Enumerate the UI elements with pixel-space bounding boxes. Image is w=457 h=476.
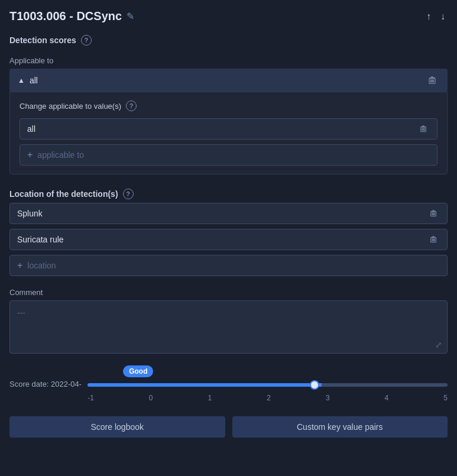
trash-icon xyxy=(427,76,437,85)
location-suricata-value: Suricata rule xyxy=(17,235,64,244)
nav-up-button[interactable]: ↑ xyxy=(424,10,433,23)
svg-rect-10 xyxy=(423,128,423,131)
svg-rect-1 xyxy=(432,79,433,83)
edit-icon[interactable]: ✎ xyxy=(127,11,134,22)
applicable-row[interactable]: ▲ all xyxy=(9,69,448,92)
location-splunk-delete[interactable] xyxy=(427,208,440,219)
subsection-title: Change applicable to value(s) xyxy=(20,102,121,111)
applicable-add-row[interactable]: + applicable to xyxy=(20,144,437,166)
trash-icon-small xyxy=(419,125,427,133)
svg-rect-17 xyxy=(434,212,435,215)
applicable-label: Applicable to xyxy=(9,56,448,65)
slider-label-5: 5 xyxy=(443,394,448,402)
svg-rect-4 xyxy=(431,77,433,78)
slider-wrapper: Good -1 0 1 2 3 4 5 xyxy=(87,365,448,402)
chevron-up-icon: ▲ xyxy=(18,76,25,85)
nav-arrows: ↑ ↓ xyxy=(424,10,448,23)
slider-label-1: 1 xyxy=(208,394,212,402)
slider-thumb xyxy=(310,380,319,390)
svg-rect-11 xyxy=(424,128,424,131)
location-header: Location of the detection(s) ? xyxy=(9,189,448,199)
location-splunk-value: Splunk xyxy=(17,209,43,218)
svg-rect-15 xyxy=(432,212,432,215)
comment-box[interactable]: --- ⤢ xyxy=(9,300,448,354)
comment-section: Comment --- ⤢ xyxy=(9,288,448,354)
score-date-row: Score date: 2022-04- Good -1 0 1 2 3 4 5 xyxy=(9,365,448,402)
svg-rect-0 xyxy=(430,79,432,83)
slider-label-2: 2 xyxy=(267,394,271,402)
location-help-icon[interactable]: ? xyxy=(123,189,134,199)
slider-label-3: 3 xyxy=(326,394,330,402)
nav-down-button[interactable]: ↓ xyxy=(438,10,448,23)
svg-rect-13 xyxy=(432,210,435,211)
applicable-value: all xyxy=(30,76,38,85)
svg-rect-22 xyxy=(433,238,433,241)
resize-icon[interactable]: ⤢ xyxy=(435,340,442,349)
subsection-header: Change applicable to value(s) ? xyxy=(20,101,437,111)
location-placeholder: location xyxy=(27,261,56,270)
slider-label-neg1: -1 xyxy=(87,394,94,402)
applicable-tag-value: all xyxy=(27,124,35,134)
location-splunk: Splunk xyxy=(9,203,448,224)
location-label: Location of the detection(s) xyxy=(9,189,118,199)
comment-label: Comment xyxy=(9,288,448,297)
slider-track xyxy=(87,383,448,387)
applicable-help-icon[interactable]: ? xyxy=(126,101,137,111)
applicable-tag-all: all xyxy=(20,118,437,140)
detection-scores-header: Detection scores ? xyxy=(9,35,448,46)
page-title: T1003.006 - DCSync xyxy=(9,9,122,23)
svg-rect-7 xyxy=(422,125,424,126)
header: T1003.006 - DCSync ✎ ↑ ↓ xyxy=(9,9,448,28)
applicable-placeholder: applicable to xyxy=(37,150,84,160)
svg-rect-19 xyxy=(432,236,435,237)
svg-rect-23 xyxy=(434,238,435,241)
bottom-buttons: Score logbook Custom key value pairs xyxy=(9,416,448,438)
applicable-row-left: ▲ all xyxy=(18,76,38,85)
location-section: Location of the detection(s) ? Splunk Su… xyxy=(9,189,448,276)
trash-icon-loc1 xyxy=(429,209,437,218)
svg-rect-9 xyxy=(422,128,422,131)
location-add-icon: + xyxy=(17,260,22,271)
score-date-label: Score date: 2022-04- xyxy=(9,380,82,388)
slider-labels: -1 0 1 2 3 4 5 xyxy=(87,394,448,402)
detection-scores-help-icon[interactable]: ? xyxy=(81,35,92,46)
slider-label-4: 4 xyxy=(385,394,389,402)
location-suricata-delete[interactable] xyxy=(427,234,440,245)
slider-label-0: 0 xyxy=(149,394,153,402)
slider-tooltip: Good xyxy=(87,365,448,378)
applicable-section: Applicable to ▲ all Change applicabl xyxy=(9,56,448,174)
add-icon: + xyxy=(27,150,33,160)
tooltip-bubble: Good xyxy=(123,365,153,377)
trash-icon-loc2 xyxy=(429,235,437,244)
detection-scores-label: Detection scores xyxy=(9,35,76,45)
applicable-delete-button[interactable] xyxy=(425,75,439,86)
location-suricata: Suricata rule xyxy=(9,229,448,250)
svg-rect-16 xyxy=(433,212,433,215)
svg-rect-2 xyxy=(433,79,435,83)
svg-rect-21 xyxy=(432,238,432,241)
score-logbook-button[interactable]: Score logbook xyxy=(9,416,225,438)
title-area: T1003.006 - DCSync ✎ xyxy=(9,9,134,23)
comment-placeholder: --- xyxy=(17,308,25,318)
custom-key-value-button[interactable]: Custom key value pairs xyxy=(232,416,448,438)
applicable-tag-delete-button[interactable] xyxy=(417,124,430,134)
location-add-row[interactable]: + location xyxy=(9,255,448,276)
slider-track-container xyxy=(87,381,448,389)
applicable-expanded: Change applicable to value(s) ? all xyxy=(9,92,448,174)
